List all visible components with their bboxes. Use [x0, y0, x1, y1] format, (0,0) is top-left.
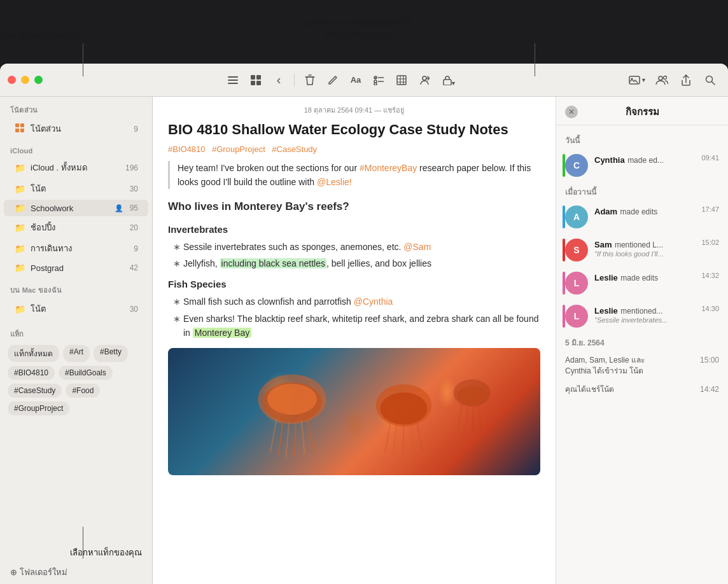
sidebar-item-my-notes[interactable]: โน้ตส่วน 9 [4, 119, 148, 139]
app-window: ‹ Aa [0, 64, 728, 584]
my-notes-header: โน้ตส่วน [0, 97, 152, 118]
travel-label: การเดินทาง [31, 242, 129, 255]
activity-item-leslie-edits[interactable]: L Leslie made edits 14:32 [556, 267, 728, 300]
note-hashtags: #BIO4810 #GroupProject #CaseStudy [153, 143, 556, 161]
maximize-button[interactable] [34, 76, 43, 84]
sidebar-item-icloud-all[interactable]: 📁 iCloud . ทั้งหมด 196 [4, 158, 148, 177]
tags-grid: แท็กทั้งหมด #Art #Betty #BIO4810 #BuildG… [8, 345, 144, 415]
tags-header: แท็ก [8, 324, 144, 345]
tag-buildgoals[interactable]: #BuildGoals [59, 366, 113, 380]
svg-rect-29 [20, 129, 24, 132]
collaborators-button[interactable] [652, 71, 672, 89]
minimize-button[interactable] [21, 76, 29, 84]
media-insert-button[interactable]: ▼ [627, 71, 648, 89]
activity-info-leslie-1: Leslie made edits [594, 272, 695, 283]
schoolwork-count: 95 [130, 204, 138, 212]
icloud-notes-label: โน้ต [31, 182, 125, 195]
svg-point-36 [457, 386, 487, 405]
activity-panel: ✕ กิจกรรม วันนี้ C Cynthia made ed... 09… [556, 97, 728, 584]
activity-info-leslie-2: Leslie mentioned... "Sessile invertebrat… [594, 305, 695, 324]
section1-heading: Who lives in Monterey Bay's reefs? [168, 198, 540, 215]
back-button[interactable]: ‹ [269, 71, 289, 89]
activity-time-sam: 15:02 [701, 239, 719, 246]
icloud-header: iCloud [0, 139, 152, 157]
avatar-cynthia: C [565, 154, 588, 177]
invertebrates-list: Sessile invertebrates such as sponges, a… [168, 240, 540, 271]
tag-food[interactable]: #Food [66, 384, 100, 398]
toolbar: ‹ Aa [53, 71, 627, 89]
svg-rect-1 [228, 80, 238, 81]
folder-icon: 📁 [14, 184, 25, 194]
svg-rect-0 [228, 76, 238, 78]
share-button[interactable] [676, 71, 696, 89]
grid-view-button[interactable] [246, 71, 266, 89]
folder-icon: 📁 [14, 304, 25, 314]
sidebar-item-travel[interactable]: 📁 การเดินทาง 9 [4, 239, 148, 258]
new-folder-button[interactable]: ⊕ โฟลเดอร์ใหม่ [0, 560, 152, 584]
delete-button[interactable] [300, 71, 320, 89]
activity-info-sam: Sam mentioned L... "If this looks good I… [594, 239, 695, 258]
sidebar-item-shopping[interactable]: 📁 ช้อปปิ้ง 20 [4, 218, 148, 237]
note-title: BIO 4810 Shallow Water Ecology Case Stud… [153, 121, 556, 143]
avatar-sam: S [565, 239, 588, 261]
svg-rect-27 [20, 123, 24, 127]
schoolwork-label: Schoolwork [31, 204, 109, 213]
avatar-leslie-1: L [565, 272, 588, 295]
my-notes-label: โน้ตส่วน [31, 122, 129, 136]
sidebar-item-schoolwork[interactable]: 📁 Schoolwork 👤 95 [4, 200, 148, 216]
activity-item-cynthia-today[interactable]: C Cynthia made ed... 09:41 [556, 149, 728, 182]
mac-notes-label: โน้ต [31, 302, 125, 316]
activity-plain-joined: 15:00 Adam, Sam, Leslie และCynthia ได้เข… [556, 351, 728, 380]
format-button[interactable]: Aa [346, 71, 366, 89]
note-content[interactable]: Hey team! I've broken out the sections f… [153, 161, 556, 584]
checklist-button[interactable] [368, 71, 389, 89]
sidebar-item-icloud-notes[interactable]: 📁 โน้ต 30 [4, 179, 148, 198]
avatar-leslie-2: L [565, 305, 588, 328]
folder-icon: 📁 [14, 203, 25, 213]
activity-title: กิจกรรม [578, 104, 706, 120]
share-collab-button[interactable] [414, 71, 435, 89]
tag-betty[interactable]: #Betty [94, 345, 128, 362]
tags-section: แท็ก แท็กทั้งหมด #Art #Betty #BIO4810 #B… [0, 319, 152, 421]
activity-header: ✕ กิจกรรม [556, 97, 728, 125]
old-date-label: 5 มิ.ย. 2564 [556, 333, 728, 351]
activity-item-adam[interactable]: A Adam made edits 17:47 [556, 200, 728, 233]
table-button[interactable] [391, 71, 412, 89]
svg-line-25 [712, 81, 715, 85]
svg-point-23 [664, 76, 667, 79]
activity-item-sam[interactable]: S Sam mentioned L... "If this looks good… [556, 233, 728, 267]
tag-art[interactable]: #Art [63, 345, 90, 362]
tag-bio4810[interactable]: #BIO4810 [8, 366, 55, 380]
search-button[interactable] [700, 71, 720, 89]
title-bar: ‹ Aa [0, 64, 728, 97]
postgrad-label: Postgrad [31, 263, 125, 273]
activity-list: วันนี้ C Cynthia made ed... 09:41 เมื่อว… [556, 125, 728, 584]
compose-button[interactable] [323, 71, 343, 89]
folder-icon: 📁 [14, 223, 25, 233]
svg-rect-6 [256, 81, 261, 85]
tag-all[interactable]: แท็กทั้งหมด [8, 345, 59, 362]
svg-rect-12 [397, 76, 406, 85]
activity-time-adam: 17:47 [701, 205, 719, 213]
main-area: โน้ตส่วน โน้ตส่วน 9 iCloud 📁 iCloud . ทั… [0, 97, 728, 584]
sidebar-item-mac-notes[interactable]: 📁 โน้ต 30 [4, 299, 148, 319]
toolbar-separator-1 [294, 74, 295, 87]
fish-list: Small fish such as clownfish and parrotf… [168, 295, 540, 340]
activity-plain-shared: 14:42 คุณได้แชร์โน้ต [556, 380, 728, 399]
tag-casestudy[interactable]: #CaseStudy [8, 384, 62, 398]
sidebar-item-postgrad[interactable]: 📁 Postgrad 42 [4, 260, 148, 276]
activity-time: 09:41 [701, 154, 719, 162]
list-view-button[interactable] [223, 71, 243, 89]
lock-button[interactable]: ▼ [437, 71, 458, 89]
activity-info-cynthia: Cynthia made ed... [594, 154, 695, 165]
close-button[interactable] [8, 76, 16, 84]
tag-groupproject[interactable]: #GroupProject [8, 401, 69, 415]
activity-item-leslie-mention[interactable]: L Leslie mentioned... "Sessile invertebr… [556, 300, 728, 333]
svg-point-22 [659, 76, 662, 80]
note-editor[interactable]: 18 ตุลาคม 2564 09:41 — แชร์อยู่ BIO 4810… [153, 97, 556, 584]
avatar-adam: A [565, 205, 588, 228]
svg-point-34 [380, 392, 427, 424]
activity-close-button[interactable]: ✕ [565, 106, 578, 118]
traffic-lights [8, 76, 43, 84]
note-meta: 18 ตุลาคม 2564 09:41 — แชร์อยู่ [153, 97, 556, 121]
